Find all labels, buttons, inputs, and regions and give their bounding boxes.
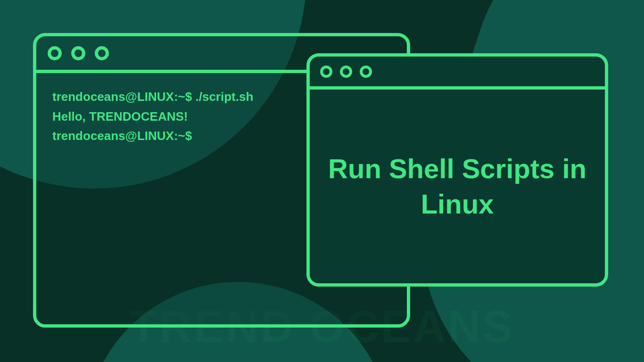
- window-control-icon: [95, 46, 109, 60]
- window-control-icon: [48, 46, 62, 60]
- window-control-icon: [360, 66, 372, 78]
- title-window-body: Run Shell Scripts in Linux: [310, 90, 605, 283]
- title-window: Run Shell Scripts in Linux: [306, 53, 608, 287]
- title-heading: Run Shell Scripts in Linux: [324, 151, 591, 221]
- terminal-command: ./script.sh: [195, 90, 253, 104]
- window-control-icon: [71, 46, 85, 60]
- window-control-icon: [340, 66, 352, 78]
- window-control-icon: [320, 66, 332, 78]
- terminal-prompt: trendoceans@LINUX:~$: [52, 90, 195, 104]
- title-window-titlebar: [310, 57, 605, 90]
